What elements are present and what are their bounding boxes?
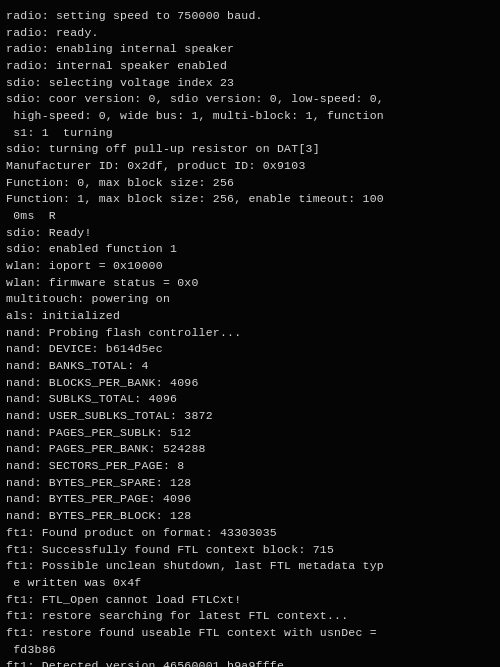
- log-line: Function: 1, max block size: 256, enable…: [6, 191, 494, 208]
- log-line: 0ms R: [6, 208, 494, 225]
- log-line: radio: ready.: [6, 25, 494, 42]
- log-line: radio: internal speaker enabled: [6, 58, 494, 75]
- log-line: fd3b86: [6, 642, 494, 659]
- log-line: nand: USER_SUBLKS_TOTAL: 3872: [6, 408, 494, 425]
- log-line: nand: BYTES_PER_SPARE: 128: [6, 475, 494, 492]
- log-line: ft1: restore searching for latest FTL co…: [6, 608, 494, 625]
- log-line: e written was 0x4f: [6, 575, 494, 592]
- log-line: sdio: enabled function 1: [6, 241, 494, 258]
- log-line: sdio: coor version: 0, sdio version: 0, …: [6, 91, 494, 108]
- log-line: radio: setting speed to 750000 baud.: [6, 8, 494, 25]
- log-line: nand: BANKS_TOTAL: 4: [6, 358, 494, 375]
- log-line: nand: PAGES_PER_BANK: 524288: [6, 441, 494, 458]
- log-line: wlan: firmware status = 0x0: [6, 275, 494, 292]
- log-line: nand: DEVICE: b614d5ec: [6, 341, 494, 358]
- log-line: ft1: Found product on format: 43303035: [6, 525, 494, 542]
- log-line: wlan: ioport = 0x10000: [6, 258, 494, 275]
- log-line: ft1: Possible unclean shutdown, last FTL…: [6, 558, 494, 575]
- log-line: ft1: Detected version 46560001 b9a9fffe: [6, 658, 494, 667]
- log-line: nand: SUBLKS_TOTAL: 4096: [6, 391, 494, 408]
- log-line: multitouch: powering on: [6, 291, 494, 308]
- terminal-window: radio: setting speed to 750000 baud.radi…: [0, 0, 500, 667]
- log-line: nand: BYTES_PER_BLOCK: 128: [6, 508, 494, 525]
- log-line: radio: enabling internal speaker: [6, 41, 494, 58]
- log-line: Function: 0, max block size: 256: [6, 175, 494, 192]
- log-line: sdio: Ready!: [6, 225, 494, 242]
- log-line: s1: 1 turning: [6, 125, 494, 142]
- log-line: nand: PAGES_PER_SUBLK: 512: [6, 425, 494, 442]
- log-line: als: initialized: [6, 308, 494, 325]
- log-line: nand: SECTORS_PER_PAGE: 8: [6, 458, 494, 475]
- log-line: high-speed: 0, wide bus: 1, multi-block:…: [6, 108, 494, 125]
- log-line: nand: Probing flash controller...: [6, 325, 494, 342]
- log-line: ft1: FTL_Open cannot load FTLCxt!: [6, 592, 494, 609]
- log-line: ft1: restore found useable FTL context w…: [6, 625, 494, 642]
- log-line: Manufacturer ID: 0x2df, product ID: 0x91…: [6, 158, 494, 175]
- log-line: sdio: turning off pull-up resistor on DA…: [6, 141, 494, 158]
- log-line: nand: BLOCKS_PER_BANK: 4096: [6, 375, 494, 392]
- log-line: nand: BYTES_PER_PAGE: 4096: [6, 491, 494, 508]
- log-line: sdio: selecting voltage index 23: [6, 75, 494, 92]
- log-line: ft1: Successfully found FTL context bloc…: [6, 542, 494, 559]
- log-lines: radio: setting speed to 750000 baud.radi…: [6, 8, 494, 667]
